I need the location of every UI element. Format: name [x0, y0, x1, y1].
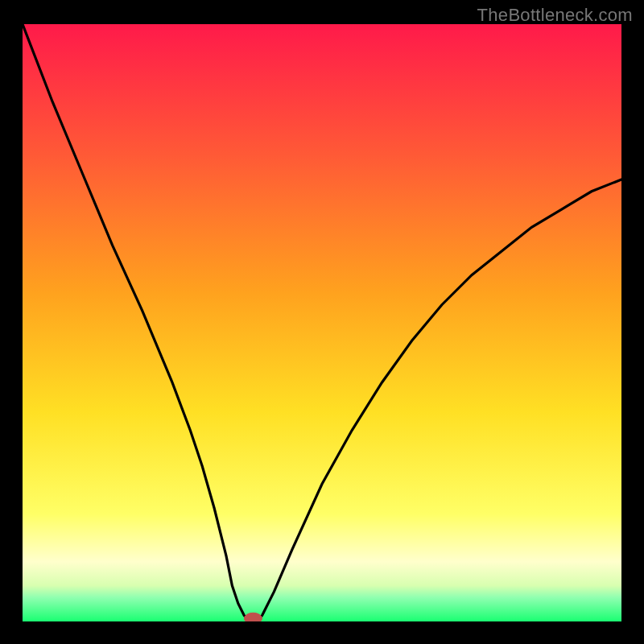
watermark-text: TheBottleneck.com [477, 5, 633, 26]
plot-area [23, 24, 621, 621]
gradient-background [23, 24, 621, 621]
chart-svg [23, 24, 621, 621]
optimum-marker [244, 613, 262, 621]
chart-frame: TheBottleneck.com [0, 0, 644, 644]
